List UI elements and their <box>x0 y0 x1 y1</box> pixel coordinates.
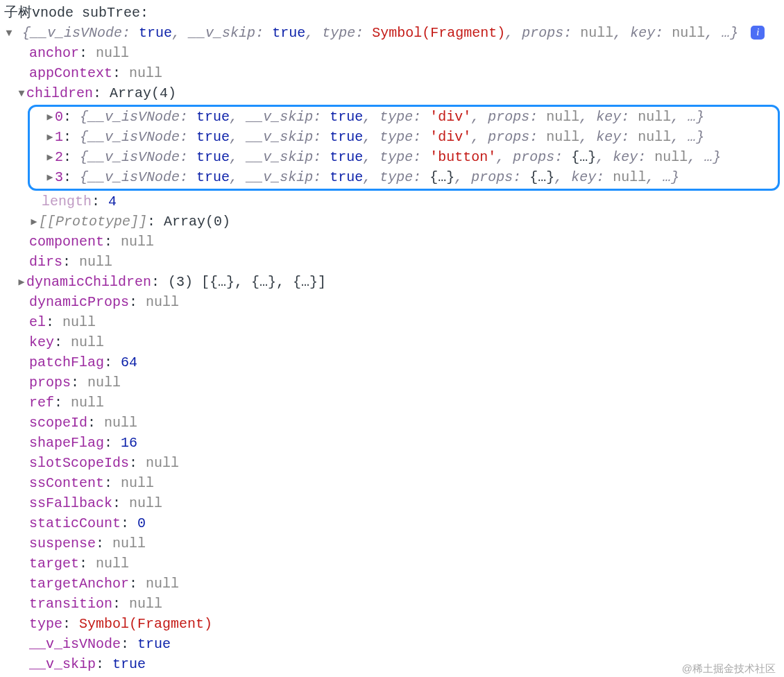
prop-component[interactable]: component: null <box>4 232 780 252</box>
watermark: @稀土掘金技术社区 <box>682 661 776 676</box>
prop-v-isvnode[interactable]: __v_isVNode: true <box>4 634 780 654</box>
summary-val: true <box>272 25 305 41</box>
log-title: 子树vnode subTree: <box>4 3 780 23</box>
disclosure-triangle-right-icon[interactable]: ▶ <box>45 173 55 183</box>
summary-tail: , …} <box>705 25 738 41</box>
summary-val: true <box>139 25 172 41</box>
child-row-3[interactable]: ▶3: {__v_isVNode: true, __v_skip: true, … <box>33 167 775 187</box>
prop-scopeid[interactable]: scopeId: null <box>4 413 780 433</box>
prop-transition[interactable]: transition: null <box>4 594 780 614</box>
prop-targetanchor[interactable]: targetAnchor: null <box>4 574 780 594</box>
prop-val: null <box>129 65 162 81</box>
prop-dynamicchildren[interactable]: ▶dynamicChildren: (3) [{…}, {…}, {…}] <box>4 272 780 292</box>
prop-children[interactable]: ▼children: Array(4) <box>4 83 780 103</box>
disclosure-triangle-right-icon[interactable]: ▶ <box>45 133 55 143</box>
prop-suspense[interactable]: suspense: null <box>4 533 780 554</box>
summary-val: null <box>672 25 705 41</box>
prop-sscontent[interactable]: ssContent: null <box>4 473 780 493</box>
summary-key: __v_isVNode <box>31 25 122 41</box>
array-index: 3 <box>55 169 63 185</box>
prop-key: length <box>42 194 92 209</box>
prop-type[interactable]: type: Symbol(Fragment) <box>4 614 780 634</box>
prop-key: children <box>26 85 93 101</box>
array-index: 2 <box>55 149 63 165</box>
prop-key: anchor <box>29 45 79 61</box>
prop-target[interactable]: target: null <box>4 554 780 574</box>
prop-prototype-array[interactable]: ▶[[Prototype]]: Array(0) <box>4 212 780 232</box>
prop-dirs[interactable]: dirs: null <box>4 252 780 272</box>
array-index: 0 <box>55 109 63 125</box>
prop-ref[interactable]: ref: null <box>4 393 780 413</box>
prop-val: 4 <box>108 194 117 209</box>
prop-val: null <box>96 45 129 61</box>
prop-key[interactable]: key: null <box>4 332 780 352</box>
children-highlight-box: ▶0: {__v_isVNode: true, __v_skip: true, … <box>28 105 780 191</box>
prop-props[interactable]: props: null <box>4 372 780 393</box>
prop-val: Array(0) <box>164 214 230 230</box>
summary-key: __v_skip <box>189 25 255 41</box>
prop-prototype-object[interactable]: ▶[[Prototype]]: Object <box>4 674 780 677</box>
prop-length[interactable]: length: 4 <box>4 191 780 212</box>
prop-dynamicprops[interactable]: dynamicProps: null <box>4 292 780 312</box>
prop-v-skip[interactable]: __v_skip: true <box>4 654 780 674</box>
prop-el[interactable]: el: null <box>4 312 780 332</box>
disclosure-triangle-right-icon[interactable]: ▶ <box>17 278 26 288</box>
info-icon[interactable]: i <box>751 26 765 40</box>
child-row-2[interactable]: ▶2: {__v_isVNode: true, __v_skip: true, … <box>33 147 775 167</box>
prop-anchor[interactable]: anchor: null <box>4 43 780 63</box>
summary-key: props <box>522 25 563 41</box>
title-text: 子树vnode subTree: <box>4 5 148 21</box>
prop-key: appContext <box>29 65 112 81</box>
child-row-1[interactable]: ▶1: {__v_isVNode: true, __v_skip: true, … <box>33 127 775 147</box>
prop-slotscopeids[interactable]: slotScopeIds: null <box>4 453 780 473</box>
disclosure-triangle-down-icon[interactable]: ▼ <box>4 29 14 39</box>
child-row-0[interactable]: ▶0: {__v_isVNode: true, __v_skip: true, … <box>33 107 775 127</box>
array-index: 1 <box>55 129 63 145</box>
disclosure-triangle-right-icon[interactable]: ▶ <box>29 218 39 228</box>
summary-key: key <box>630 25 655 41</box>
summary-val: Symbol(Fragment) <box>372 25 505 41</box>
prop-patchflag[interactable]: patchFlag: 64 <box>4 352 780 372</box>
prop-key: [[Prototype]] <box>39 214 147 230</box>
prop-shapeflag[interactable]: shapeFlag: 16 <box>4 433 780 453</box>
summary-key: type <box>322 25 355 41</box>
prop-staticcount[interactable]: staticCount: 0 <box>4 513 780 533</box>
disclosure-triangle-right-icon[interactable]: ▶ <box>45 113 55 123</box>
disclosure-triangle-down-icon[interactable]: ▼ <box>17 89 26 99</box>
prop-ssfallback[interactable]: ssFallback: null <box>4 493 780 513</box>
summary-val: null <box>580 25 613 41</box>
prop-appcontext[interactable]: appContext: null <box>4 63 780 83</box>
disclosure-triangle-right-icon[interactable]: ▶ <box>45 153 55 163</box>
object-summary-row[interactable]: ▼ {__v_isVNode: true, __v_skip: true, ty… <box>4 23 780 43</box>
prop-val: Array(4) <box>110 85 176 101</box>
